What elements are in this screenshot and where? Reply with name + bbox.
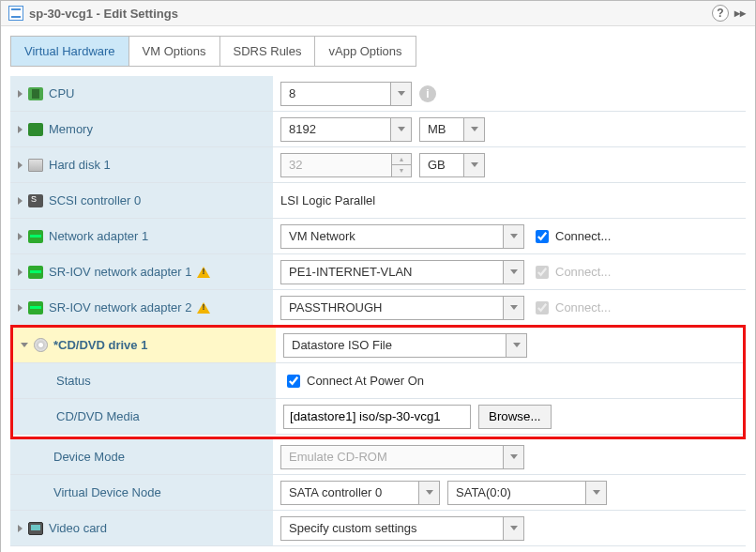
- chevron-down-icon: [503, 446, 523, 468]
- sriov1-connect-checkbox: Connect...: [532, 263, 611, 282]
- disk-icon: [28, 159, 43, 172]
- row-video: Video card Specify custom settings: [10, 511, 746, 546]
- chevron-down-icon: [503, 297, 523, 319]
- chevron-down-icon: [463, 154, 484, 176]
- sriov1-label: SR-IOV network adapter 1: [49, 265, 191, 279]
- cd-icon: [34, 338, 48, 352]
- warning-icon: [197, 302, 210, 314]
- cd-node-label: Virtual Device Node: [53, 485, 161, 499]
- disk-spinner: ▴▾: [391, 154, 411, 176]
- expand-icon[interactable]: [18, 126, 23, 133]
- row-cd-status: Status Connect At Power On: [13, 363, 743, 399]
- virtual-node-slot-select[interactable]: SATA(0:0): [447, 481, 607, 505]
- expand-icon[interactable]: [18, 161, 23, 169]
- sriov2-connect-checkbox: Connect...: [532, 299, 611, 317]
- virtual-node-controller-select[interactable]: SATA controller 0: [280, 481, 440, 505]
- row-nic1: Network adapter 1 VM Network Connect...: [10, 219, 746, 254]
- chevron-down-icon: [506, 334, 526, 357]
- scsi-icon: [28, 194, 43, 207]
- disk-unit-select[interactable]: GB: [419, 153, 485, 177]
- tab-virtual-hardware[interactable]: Virtual Hardware: [11, 37, 129, 66]
- memory-input[interactable]: 8192: [280, 117, 412, 142]
- edit-settings-dialog: sp-30-vcg1 - Edit Settings ? ▸▸ Virtual …: [0, 0, 756, 552]
- tab-vapp-options[interactable]: vApp Options: [315, 37, 415, 66]
- tab-vm-options[interactable]: VM Options: [129, 37, 220, 66]
- forward-icon[interactable]: ▸▸: [733, 6, 748, 21]
- help-icon[interactable]: ?: [712, 5, 729, 22]
- chevron-down-icon: [390, 118, 411, 141]
- scsi-value: LSI Logic Parallel: [280, 193, 375, 207]
- row-disk: Hard disk 1 32 ▴▾ GB: [10, 147, 746, 183]
- row-cd-node: Virtual Device Node SATA controller 0 SA…: [10, 475, 746, 511]
- row-scsi: SCSI controller 0 LSI Logic Parallel: [10, 183, 746, 219]
- hardware-grid: CPU 8 i Memory 8192: [10, 76, 746, 546]
- cpu-label: CPU: [49, 86, 74, 100]
- cd-type-select[interactable]: Datastore ISO File: [283, 333, 527, 358]
- chevron-down-icon: [585, 482, 606, 504]
- cpu-icon: [28, 87, 43, 100]
- chevron-down-icon: [463, 118, 484, 141]
- video-icon: [28, 522, 43, 535]
- warning-icon: [197, 267, 210, 278]
- cd-mode-label: Device Mode: [53, 450, 125, 464]
- nic-icon: [28, 301, 43, 314]
- vm-icon: [8, 6, 23, 21]
- expand-icon[interactable]: [18, 304, 23, 312]
- expand-icon[interactable]: [18, 525, 23, 532]
- tab-bar: Virtual Hardware VM Options SDRS Rules v…: [10, 36, 416, 67]
- row-cpu: CPU 8 i: [10, 76, 746, 112]
- nic1-network-select[interactable]: VM Network: [280, 224, 524, 249]
- info-icon[interactable]: i: [419, 85, 436, 102]
- expand-icon[interactable]: [18, 233, 23, 240]
- device-mode-select: Emulate CD-ROM: [280, 445, 524, 469]
- cd-label: *CD/DVD drive 1: [53, 338, 147, 352]
- collapse-icon[interactable]: [21, 343, 28, 347]
- memory-icon: [28, 123, 43, 136]
- tab-sdrs-rules[interactable]: SDRS Rules: [220, 37, 316, 66]
- chevron-down-icon: [503, 225, 523, 248]
- connect-at-power-on-checkbox[interactable]: Connect At Power On: [283, 372, 424, 391]
- chevron-down-icon: [503, 517, 523, 540]
- nic1-connect-checkbox[interactable]: Connect...: [532, 227, 611, 246]
- cpu-select[interactable]: 8: [280, 82, 412, 106]
- highlight-annotation: *CD/DVD drive 1 Datastore ISO File Statu…: [10, 325, 746, 439]
- row-sriov1: SR-IOV network adapter 1 PE1-INTERNET-VL…: [10, 254, 746, 290]
- row-sriov2: SR-IOV network adapter 2 PASSTHROUGH Con…: [10, 290, 746, 326]
- expand-icon[interactable]: [18, 197, 23, 205]
- sriov2-network-select[interactable]: PASSTHROUGH: [280, 296, 524, 320]
- video-label: Video card: [49, 521, 107, 535]
- disk-size-input: 32 ▴▾: [280, 153, 412, 177]
- memory-unit-select[interactable]: MB: [419, 117, 485, 142]
- chevron-down-icon: [418, 482, 439, 504]
- row-cd-media: CD/DVD Media Browse...: [13, 399, 743, 435]
- chevron-down-icon: [503, 261, 523, 284]
- sriov1-network-select[interactable]: PE1-INTERNET-VLAN: [280, 260, 524, 284]
- cd-media-label: CD/DVD Media: [56, 409, 140, 423]
- memory-label: Memory: [49, 122, 93, 136]
- cd-status-label: Status: [56, 374, 91, 388]
- chevron-down-icon: [390, 83, 411, 105]
- browse-button[interactable]: Browse...: [478, 405, 552, 429]
- row-cd-mode: Device Mode Emulate CD-ROM: [10, 439, 746, 475]
- nic-icon: [28, 230, 43, 243]
- cd-media-path-input[interactable]: [283, 405, 471, 429]
- row-memory: Memory 8192 MB: [10, 112, 746, 147]
- expand-icon[interactable]: [18, 90, 23, 98]
- disk-label: Hard disk 1: [49, 158, 111, 172]
- expand-icon[interactable]: [18, 268, 23, 276]
- scsi-label: SCSI controller 0: [49, 193, 141, 207]
- title-bar: sp-30-vcg1 - Edit Settings ? ▸▸: [1, 1, 755, 26]
- row-cd: *CD/DVD drive 1 Datastore ISO File: [13, 328, 743, 363]
- dialog-title: sp-30-vcg1 - Edit Settings: [29, 7, 178, 21]
- nic1-label: Network adapter 1: [49, 229, 148, 243]
- nic-icon: [28, 266, 43, 279]
- sriov2-label: SR-IOV network adapter 2: [49, 300, 191, 314]
- video-settings-select[interactable]: Specify custom settings: [280, 516, 524, 541]
